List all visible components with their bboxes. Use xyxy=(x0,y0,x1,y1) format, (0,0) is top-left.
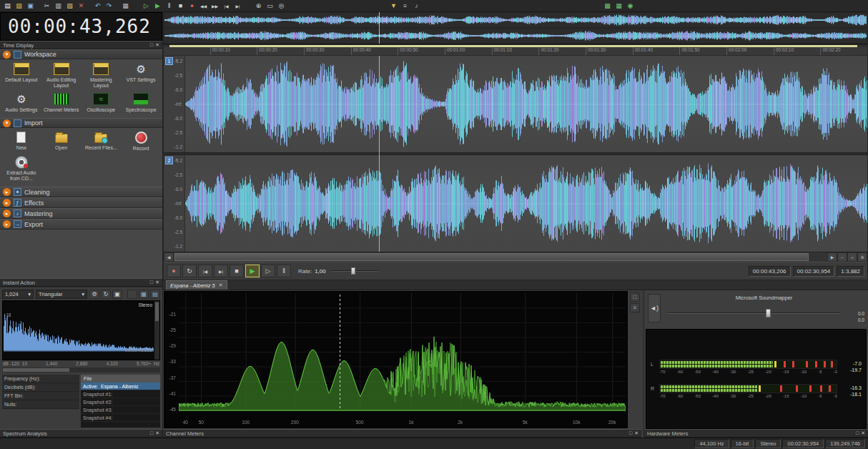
zoom-selection-icon[interactable]: ⊕ xyxy=(857,252,867,262)
stop-button[interactable]: ■ xyxy=(230,265,244,277)
channel-1-wave-area[interactable] xyxy=(185,56,867,152)
workspace-item[interactable]: Oscilloscope xyxy=(82,91,122,115)
paste-icon[interactable]: ▧ xyxy=(64,1,75,11)
channel-drag-handle-icon[interactable]: ≡ xyxy=(175,157,178,162)
spectrum-mini-display[interactable]: -18 Stereo 00:00:43,262 xyxy=(2,300,160,360)
overview-playhead-cursor[interactable] xyxy=(379,12,380,44)
snapshot-row[interactable]: Snapshot #2: xyxy=(81,398,160,406)
scroll-right-icon[interactable]: ▶ xyxy=(827,252,837,262)
playhead-cursor[interactable] xyxy=(379,56,380,252)
horizontal-scrollbar[interactable]: ◀ ▶ − + ⊕ xyxy=(164,252,867,262)
channel-meters-graph-canvas[interactable] xyxy=(179,293,626,419)
meters-view-icon[interactable]: ▩ xyxy=(602,1,613,11)
overview-waveform-bottom-canvas[interactable] xyxy=(164,29,867,43)
channel-1-waveform-canvas[interactable] xyxy=(185,56,867,152)
cut-icon[interactable]: ✂ xyxy=(41,1,52,11)
float-window-icon[interactable]: □ xyxy=(150,280,153,285)
phase-view-icon[interactable]: ◉ xyxy=(625,1,636,11)
redo-icon[interactable]: ↷ xyxy=(104,1,114,11)
expand-arrow-icon[interactable]: ▸ xyxy=(3,188,11,196)
rate-slider-thumb[interactable] xyxy=(351,267,355,275)
channel-1-db-ruler[interactable]: -1.2-2.5-6.0-Inf.-6.0-2.5-1.2 xyxy=(164,56,185,152)
close-icon[interactable]: ✕ xyxy=(155,42,159,48)
loop-playback-button[interactable]: ↻ xyxy=(182,265,197,277)
time-ruler[interactable]: 00:00:1000:00:2000:00:3000:00:4000:00:50… xyxy=(164,47,867,56)
snapshot-row[interactable]: Snapshot #3: xyxy=(81,406,160,414)
record-icon[interactable]: ● xyxy=(187,1,197,11)
copy-icon[interactable]: ▥ xyxy=(53,1,64,11)
go-to-end-icon[interactable]: ▶| xyxy=(232,1,243,11)
workspace-section-header[interactable]: ▾ Workspace xyxy=(0,49,162,59)
file-properties-icon[interactable]: ▦ xyxy=(120,1,131,11)
open-folder-icon[interactable]: ▨ xyxy=(14,1,24,11)
forward-icon[interactable]: ▶▶ xyxy=(209,1,220,11)
snapshot-icon[interactable]: ▣ xyxy=(112,290,122,299)
collapse-arrow-icon[interactable]: ▾ xyxy=(3,119,11,127)
window-type-select[interactable]: Triangular ▾ xyxy=(36,290,87,299)
float-window-icon[interactable]: □ xyxy=(856,430,859,436)
channel-meters-graph[interactable]: -21-25-29-33-37-41-45 40501002005001k2k5… xyxy=(164,291,628,428)
left-meter-bar[interactable] xyxy=(659,360,837,369)
close-icon[interactable]: ✕ xyxy=(155,280,159,285)
grid-view-icon[interactable]: ▦ xyxy=(139,290,149,299)
channel-meters-caption[interactable]: Channel Meters □ ✕ xyxy=(163,429,641,438)
expand-arrow-icon[interactable]: ▸ xyxy=(3,199,11,207)
float-window-icon[interactable]: □ xyxy=(150,430,153,436)
meter-style-graph-icon[interactable]: ≡ xyxy=(630,303,640,312)
script-icon[interactable]: ♪ xyxy=(411,1,422,11)
active-file-row[interactable]: Active: Espana - Albeniz xyxy=(81,383,160,390)
workspace-item[interactable]: Mastering Layout xyxy=(82,61,122,91)
new-file-icon[interactable]: ▤ xyxy=(2,1,13,11)
meter-style-bars-icon[interactable]: □ xyxy=(630,292,640,302)
channel-2-number-badge[interactable]: 2 xyxy=(165,157,173,164)
workspace-item[interactable]: Channel Meters xyxy=(41,91,82,115)
pause-button[interactable]: ‖ xyxy=(277,265,291,277)
play-all-icon[interactable]: ▷ xyxy=(141,1,152,11)
import-item[interactable]: Extract Audio from CD... xyxy=(1,154,41,184)
play-all-button[interactable]: ▷ xyxy=(261,265,275,277)
snapshot-row[interactable]: Snapshot #4: xyxy=(81,414,160,422)
refresh-icon[interactable]: ↻ xyxy=(101,290,111,299)
speaker-icon[interactable]: ◄) xyxy=(648,294,661,322)
import-item[interactable]: Open xyxy=(41,129,82,154)
marker-icon[interactable]: ▼ xyxy=(388,1,399,11)
import-item[interactable]: Recent Files... xyxy=(82,129,122,154)
hardware-meters-caption[interactable]: Hardware Meters □ ✕ xyxy=(644,429,868,438)
spectrum-view-icon[interactable]: ▦ xyxy=(613,1,624,11)
workspace-item[interactable]: Audio Editing Layout xyxy=(41,61,82,91)
zoom-out-icon[interactable]: − xyxy=(837,252,847,262)
explorer-section-bar[interactable]: ▸ ✦ Cleaning xyxy=(0,187,162,197)
overview-waveform-top-canvas[interactable] xyxy=(164,13,867,27)
overview-strip[interactable] xyxy=(163,12,868,44)
channel-2-wave-area[interactable] xyxy=(185,155,867,252)
stop-icon[interactable]: ■ xyxy=(175,1,186,11)
spectrum-horizontal-scrollbar[interactable] xyxy=(2,367,160,372)
spectrum-analysis-caption[interactable]: Spectrum Analysis □ ✕ xyxy=(0,429,162,438)
output-gain-slider[interactable] xyxy=(668,308,840,318)
workspace-item[interactable]: Default Layout xyxy=(1,61,41,91)
go-to-start-button[interactable]: |◀ xyxy=(198,265,212,277)
close-icon[interactable]: ✕ xyxy=(155,430,159,436)
close-icon[interactable]: ✕ xyxy=(219,282,223,288)
undo-icon[interactable]: ↶ xyxy=(92,1,103,11)
right-meter-bar[interactable] xyxy=(659,384,837,393)
import-item[interactable]: New xyxy=(1,129,41,154)
pause-icon[interactable]: ‖ xyxy=(164,1,174,11)
go-to-start-icon[interactable]: |◀ xyxy=(221,1,232,11)
settings-gear-icon[interactable]: ⚙ xyxy=(89,290,99,299)
scroll-left-icon[interactable]: ◀ xyxy=(164,252,174,262)
snapshot-row[interactable]: Snapshot #1: xyxy=(81,390,160,398)
float-window-icon[interactable]: □ xyxy=(629,430,632,436)
selection-tool-icon[interactable]: ▭ xyxy=(265,1,275,11)
go-to-end-button[interactable]: ▶| xyxy=(214,265,228,277)
explorer-section-bar[interactable]: ▸ → Export xyxy=(0,219,162,230)
workspace-item[interactable]: Audio Settings xyxy=(1,91,41,115)
save-icon[interactable]: ▣ xyxy=(25,1,36,11)
collapse-arrow-icon[interactable]: ▾ xyxy=(3,51,11,59)
float-window-icon[interactable]: □ xyxy=(150,42,153,48)
import-section-header[interactable]: ▾ Import xyxy=(0,118,162,128)
close-icon[interactable]: ✕ xyxy=(634,430,638,436)
magnify-tool-icon[interactable]: ◎ xyxy=(276,1,287,11)
play-icon[interactable]: ▶ xyxy=(152,1,163,11)
time-display-caption[interactable]: Time Display □ ✕ xyxy=(0,41,162,49)
